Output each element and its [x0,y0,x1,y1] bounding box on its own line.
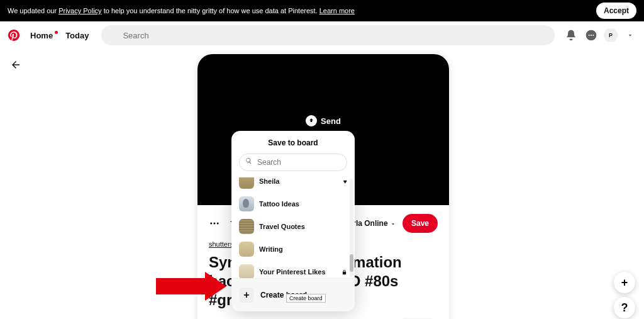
learn-more-link[interactable]: Learn more [319,7,355,14]
save-button[interactable]: Save [402,214,438,233]
nav-home[interactable]: Home [26,31,57,40]
board-label: Writing [259,245,283,253]
send-icon [306,115,317,126]
privacy-banner: We updated our Privacy Policy to help yo… [0,0,644,21]
plus-icon: + [239,288,254,303]
account-avatar[interactable]: P [604,28,618,42]
chevron-down-icon[interactable] [623,28,638,43]
heart-icon: ♥ [343,178,347,185]
accept-button[interactable]: Accept [596,3,636,19]
add-fab[interactable]: + [614,272,635,293]
board-list: Sheila ♥ Tattoo Ideas Travel Quotes Writ… [231,177,355,278]
board-label: Sheila [259,177,279,185]
board-thumb-icon [239,242,254,257]
board-thumb-icon [239,196,254,211]
search-icon [245,157,252,164]
banner-mid: to help you understand the nitty gritty … [102,7,319,14]
board-item[interactable]: Your Pinterest Likes [231,260,355,278]
board-item[interactable]: Tattoo Ideas [231,193,355,215]
more-icon[interactable] [209,218,220,229]
board-label: Tattoo Ideas [259,200,299,208]
notifications-icon[interactable] [564,28,579,43]
popover-title: Save to board [231,131,355,154]
save-to-board-popover: Save to board Sheila ♥ Tattoo Ideas Trav… [231,131,355,311]
banner-pre: We updated our [8,7,58,14]
svg-point-6 [217,223,219,225]
board-label: Travel Quotes [259,223,305,230]
messages-icon[interactable] [584,28,599,43]
action-right: Perla Online Save [344,214,438,233]
popover-search-wrap [231,154,355,177]
board-item[interactable]: Sheila ♥ [231,177,355,193]
lock-icon [341,269,347,275]
banner-text: We updated our Privacy Policy to help yo… [8,7,355,14]
create-board-tooltip: Create board [286,294,326,303]
svg-point-5 [214,223,216,225]
scrollbar-thumb[interactable] [350,254,353,272]
svg-point-3 [592,35,594,36]
nav-today[interactable]: Today [62,31,92,40]
back-button[interactable] [10,59,21,70]
svg-point-4 [210,223,212,225]
help-fab[interactable]: ? [614,297,635,318]
privacy-policy-link[interactable]: Privacy Policy [58,7,101,14]
svg-point-2 [591,35,592,36]
board-item[interactable]: Travel Quotes [231,215,355,238]
search-input[interactable] [101,25,555,45]
board-search-input[interactable] [239,154,347,171]
board-label: Your Pinterest Likes [259,268,326,276]
board-thumb-icon [239,219,254,234]
pinterest-logo-icon[interactable] [6,28,21,43]
send-row[interactable]: Send [306,115,341,126]
send-label: Send [321,116,341,126]
scrollbar[interactable] [350,179,353,277]
search-wrap [101,25,555,45]
instruction-arrow-icon [156,278,206,294]
header: Home Today P [0,21,644,49]
svg-point-1 [589,35,590,36]
notification-dot-icon [55,31,58,34]
board-item[interactable]: Writing [231,238,355,260]
board-thumb-icon [239,177,254,189]
board-thumb-icon [239,264,254,278]
